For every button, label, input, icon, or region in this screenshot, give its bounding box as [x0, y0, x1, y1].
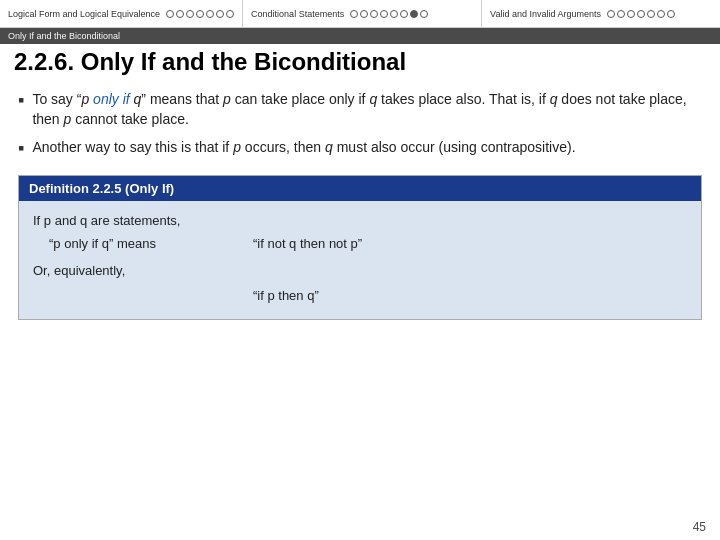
- definition-box: Definition 2.2.5 (Only If) If p and q ar…: [18, 175, 702, 319]
- main-content: ▪ To say “p only if q” means that p can …: [0, 79, 720, 330]
- nav-section-valid-invalid: Valid and Invalid Arguments: [482, 0, 720, 27]
- bullet-icon: ▪: [18, 87, 24, 113]
- dot: [607, 10, 615, 18]
- dot: [400, 10, 408, 18]
- nav-section-conditional: Conditional Statements: [243, 0, 482, 27]
- nav-label-valid-invalid: Valid and Invalid Arguments: [490, 9, 601, 19]
- bullet-text-1: To say “p only if q” means that p can ta…: [32, 89, 702, 130]
- dot: [196, 10, 204, 18]
- dot: [667, 10, 675, 18]
- section-heading: 2.2.6. Only If and the Biconditional: [14, 48, 706, 77]
- nav-label-conditional: Conditional Statements: [251, 9, 344, 19]
- nav-section-logical-form: Logical Form and Logical Equivalence: [0, 0, 243, 27]
- nav-label-logical-form: Logical Form and Logical Equivalence: [8, 9, 160, 19]
- def-right-4: “if p then q”: [253, 286, 687, 307]
- bullet-list: ▪ To say “p only if q” means that p can …: [18, 89, 702, 162]
- dot: [380, 10, 388, 18]
- dot: [637, 10, 645, 18]
- def-row-2: “p only if q” means “if not q then not p…: [33, 234, 687, 255]
- nav-dots-conditional: [350, 10, 428, 18]
- dot: [370, 10, 378, 18]
- nav-dots-valid-invalid: [607, 10, 675, 18]
- page-number-text: 45: [693, 520, 706, 534]
- definition-header-text: Definition 2.2.5 (Only If): [29, 181, 174, 196]
- dot: [627, 10, 635, 18]
- dot-active: [410, 10, 418, 18]
- top-nav: Logical Form and Logical Equivalence Con…: [0, 0, 720, 28]
- definition-header: Definition 2.2.5 (Only If): [19, 176, 701, 201]
- nav-dots-logical-form: [166, 10, 234, 18]
- def-row-3: Or, equivalently,: [33, 261, 687, 282]
- dot: [166, 10, 174, 18]
- bullet-icon: ▪: [18, 135, 24, 161]
- def-left-1: If p and q are statements,: [33, 211, 253, 232]
- dot: [206, 10, 214, 18]
- dot: [176, 10, 184, 18]
- breadcrumb-text: Only If and the Biconditional: [8, 31, 120, 41]
- dot: [617, 10, 625, 18]
- def-left-2: “p only if q” means: [33, 234, 253, 255]
- section-title-area: 2.2.6. Only If and the Biconditional: [0, 44, 720, 79]
- def-right-2: “if not q then not p”: [253, 234, 687, 255]
- dot: [647, 10, 655, 18]
- dot: [420, 10, 428, 18]
- list-item: ▪ Another way to say this is that if p o…: [18, 137, 702, 161]
- page-number: 45: [693, 520, 706, 534]
- def-row-4: “if p then q”: [33, 286, 687, 307]
- dot: [350, 10, 358, 18]
- dot: [657, 10, 665, 18]
- def-left-3: Or, equivalently,: [33, 261, 253, 282]
- dot: [216, 10, 224, 18]
- dot: [186, 10, 194, 18]
- dot: [226, 10, 234, 18]
- definition-body: If p and q are statements, “p only if q”…: [19, 201, 701, 318]
- bullet-text-2: Another way to say this is that if p occ…: [32, 137, 702, 157]
- breadcrumb: Only If and the Biconditional: [0, 28, 720, 44]
- def-row-1: If p and q are statements,: [33, 211, 687, 232]
- dot: [360, 10, 368, 18]
- dot: [390, 10, 398, 18]
- list-item: ▪ To say “p only if q” means that p can …: [18, 89, 702, 130]
